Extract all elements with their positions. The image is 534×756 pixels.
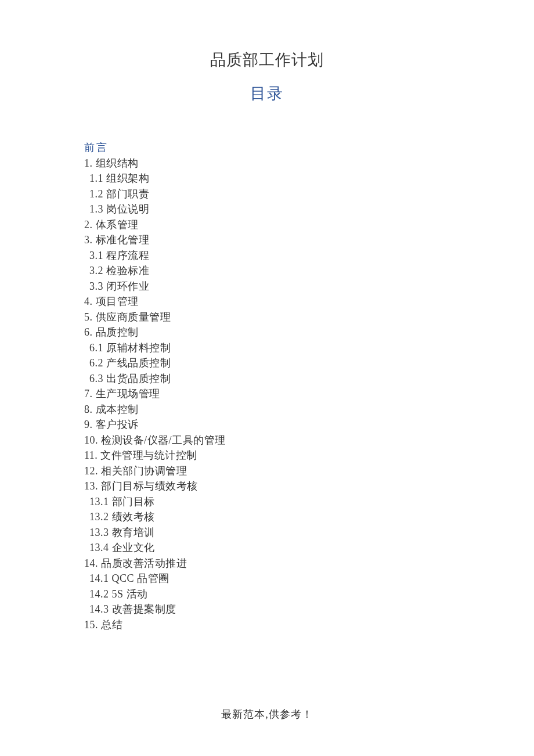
toc-item: 13.2 绩效考核 [84, 509, 450, 525]
toc-item: 7. 生产现场管理 [84, 386, 450, 402]
toc-item: 3.3 闭环作业 [84, 279, 450, 294]
toc-list: 1. 组织结构1.1 组织架构1.2 部门职责1.3 岗位说明2. 体系管理3.… [84, 156, 450, 633]
table-of-contents: 前言 1. 组织结构1.1 组织架构1.2 部门职责1.3 岗位说明2. 体系管… [84, 140, 450, 632]
toc-item: 2. 体系管理 [84, 217, 450, 233]
toc-item: 5. 供应商质量管理 [84, 309, 450, 325]
toc-item: 3.2 检验标准 [84, 263, 450, 279]
toc-item: 3.1 程序流程 [84, 248, 450, 264]
toc-item: 6.2 产线品质控制 [84, 355, 450, 371]
toc-item: 6. 品质控制 [84, 325, 450, 340]
toc-item: 13.4 企业文化 [84, 540, 450, 556]
toc-item: 13.3 教育培训 [84, 525, 450, 541]
toc-item: 10. 检测设备/仪器/工具的管理 [84, 433, 450, 448]
toc-item: 8. 成本控制 [84, 402, 450, 417]
toc-item: 6.3 出货品质控制 [84, 371, 450, 387]
toc-item: 6.1 原辅材料控制 [84, 340, 450, 356]
toc-item: 9. 客户投诉 [84, 417, 450, 433]
toc-item: 1. 组织结构 [84, 156, 450, 171]
toc-item: 13. 部门目标与绩效考核 [84, 478, 450, 494]
document-title: 品质部工作计划 [84, 49, 450, 70]
toc-item: 1.3 岗位说明 [84, 201, 450, 217]
toc-item: 11. 文件管理与统计控制 [84, 448, 450, 463]
document-subtitle: 目录 [84, 83, 450, 104]
toc-item: 1.1 组织架构 [84, 171, 450, 186]
page-footer: 最新范本,供参考！ [0, 707, 534, 721]
toc-item: 14.2 5S 活动 [84, 586, 450, 602]
toc-item: 14.1 QCC 品管圈 [84, 571, 450, 586]
toc-item: 13.1 部门目标 [84, 494, 450, 510]
toc-item: 14. 品质改善活动推进 [84, 556, 450, 571]
toc-preface: 前言 [84, 140, 450, 156]
toc-item: 4. 项目管理 [84, 294, 450, 309]
toc-item: 3. 标准化管理 [84, 232, 450, 248]
toc-item: 15. 总结 [84, 617, 450, 633]
document-page: 品质部工作计划 目录 前言 1. 组织结构1.1 组织架构1.2 部门职责1.3… [0, 0, 534, 632]
toc-item: 12. 相关部门协调管理 [84, 463, 450, 479]
toc-item: 1.2 部门职责 [84, 186, 450, 202]
toc-item: 14.3 改善提案制度 [84, 602, 450, 617]
